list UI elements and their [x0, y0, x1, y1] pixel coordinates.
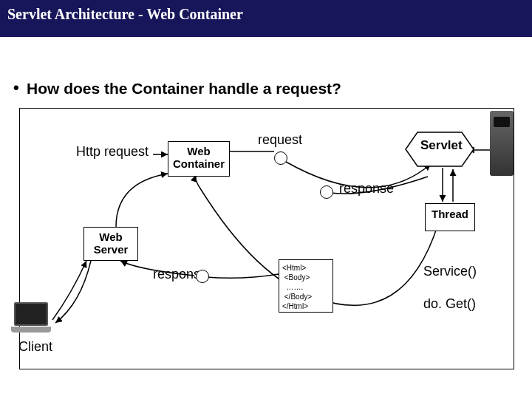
server-rack-icon	[490, 111, 514, 176]
node-response-bottom-icon	[196, 270, 209, 283]
bullet-question: How does the Container handle a request?	[27, 80, 341, 98]
label-response-top: response	[339, 181, 394, 197]
label-service: Service()	[423, 264, 477, 279]
slide-title-bar: Servlet Architecture - Web Container	[0, 0, 532, 37]
label-http-request: Http request	[76, 144, 149, 160]
client-laptop-icon	[10, 302, 52, 335]
box-thread: Thread	[425, 203, 475, 231]
label-servlet: Servlet	[420, 138, 463, 153]
box-web-server: Web Server	[83, 227, 138, 261]
box-html-snippet: <Html> <Body> ……. </Body> </Html>	[279, 259, 333, 313]
box-web-container: Web Container	[168, 141, 230, 177]
label-client: Client	[18, 339, 52, 355]
label-request: request	[258, 132, 302, 148]
slide-title: Servlet Architecture - Web Container	[7, 6, 243, 22]
node-response-top-icon	[320, 185, 333, 199]
diagram-frame: Http request Web Container request respo…	[19, 108, 514, 369]
label-doget: do. Get()	[423, 296, 476, 312]
node-request-icon	[274, 151, 287, 165]
